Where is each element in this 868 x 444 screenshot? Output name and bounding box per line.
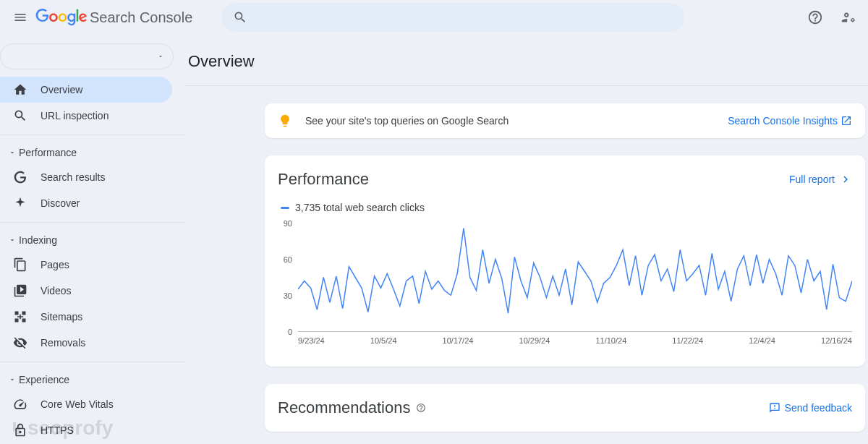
- legend-marker: [281, 207, 289, 209]
- recommendations-title: Recommendations: [278, 398, 426, 417]
- sidebar-item-label: Pages: [41, 259, 69, 270]
- sidebar-item-overview[interactable]: Overview: [0, 77, 172, 103]
- chart-legend: 3,735 total web search clicks: [281, 202, 852, 213]
- chevron-down-icon: [9, 376, 16, 383]
- sparkle-icon: [13, 196, 27, 210]
- lock-icon: [13, 423, 27, 437]
- section-experience[interactable]: Experience: [0, 368, 185, 391]
- insight-text: See your site's top queries on Google Se…: [305, 115, 509, 127]
- performance-title: Performance: [278, 170, 369, 189]
- send-feedback-link[interactable]: Send feedback: [769, 402, 852, 414]
- chevron-down-icon: [157, 53, 164, 60]
- feedback-icon: [769, 402, 780, 414]
- users-button[interactable]: [841, 9, 856, 25]
- insights-link[interactable]: Search Console Insights: [728, 115, 852, 127]
- insights-card: See your site's top queries on Google Se…: [265, 103, 865, 138]
- search-icon: [233, 10, 247, 25]
- section-performance[interactable]: Performance: [0, 141, 185, 164]
- people-gear-icon: [841, 9, 856, 25]
- full-report-link[interactable]: Full report: [789, 173, 852, 186]
- section-indexing[interactable]: Indexing: [0, 229, 185, 252]
- sidebar-item-removals[interactable]: Removals: [0, 330, 172, 356]
- sidebar-item-url-inspection[interactable]: URL inspection: [0, 103, 172, 129]
- recommendations-card: Recommendations Send feedback: [265, 384, 865, 432]
- page-title: Overview: [188, 52, 868, 71]
- sidebar-item-label: Discover: [41, 197, 80, 209]
- sidebar-item-https[interactable]: HTTPS: [0, 417, 172, 443]
- help-icon: [807, 9, 823, 25]
- chevron-down-icon: [9, 149, 16, 156]
- menu-button[interactable]: [12, 9, 29, 26]
- sidebar-item-label: Removals: [41, 337, 85, 349]
- property-selector[interactable]: [0, 43, 174, 69]
- performance-chart[interactable]: 0306090 9/23/2410/5/2410/17/2410/29/2411…: [278, 223, 852, 354]
- google-g-icon: [13, 170, 27, 184]
- sidebar-item-label: Sitemaps: [41, 311, 82, 323]
- sidebar-item-discover[interactable]: Discover: [0, 190, 172, 216]
- sidebar-item-cwv[interactable]: Core Web Vitals: [0, 391, 172, 417]
- logo[interactable]: Search Console: [35, 9, 192, 26]
- help-button[interactable]: [807, 9, 823, 25]
- header: Search Console: [0, 0, 868, 35]
- pages-icon: [13, 257, 27, 272]
- sidebar: Overview URL inspection Performance Sear…: [0, 35, 185, 444]
- main-content: Overview See your site's top queries on …: [185, 35, 868, 444]
- sitemap-icon: [13, 309, 27, 324]
- chevron-down-icon: [9, 236, 16, 244]
- lightbulb-icon: [278, 114, 292, 128]
- sidebar-item-search-results[interactable]: Search results: [0, 164, 172, 190]
- sidebar-item-label: Overview: [41, 84, 82, 95]
- sidebar-item-videos[interactable]: Videos: [0, 278, 172, 304]
- chevron-right-icon: [839, 173, 852, 186]
- speed-icon: [13, 397, 27, 411]
- search-icon: [13, 108, 27, 123]
- visibility-off-icon: [13, 336, 27, 350]
- sidebar-item-label: Search results: [41, 171, 105, 183]
- search-input[interactable]: [221, 3, 684, 32]
- sidebar-item-sitemaps[interactable]: Sitemaps: [0, 304, 172, 330]
- sidebar-item-label: URL inspection: [41, 110, 109, 121]
- product-name: Search Console: [90, 9, 192, 26]
- google-logo-icon: [35, 9, 88, 26]
- external-link-icon: [841, 115, 852, 127]
- home-icon: [13, 82, 27, 97]
- performance-card: Performance Full report 3,735 total web …: [265, 155, 865, 367]
- sidebar-item-label: HTTPS: [41, 424, 74, 436]
- sidebar-item-label: Videos: [41, 285, 72, 296]
- sidebar-item-pages[interactable]: Pages: [0, 252, 172, 278]
- sidebar-item-label: Core Web Vitals: [41, 398, 114, 410]
- video-icon: [13, 283, 27, 298]
- help-icon[interactable]: [416, 403, 426, 413]
